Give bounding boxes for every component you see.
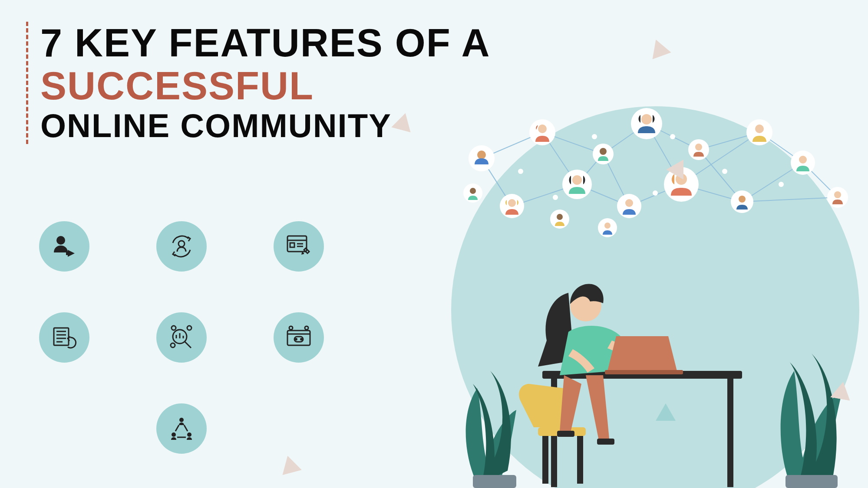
svg-point-87: [834, 191, 841, 198]
title-line-1: 7 KEY FEATURES OF A: [40, 22, 490, 65]
svg-point-63: [477, 151, 486, 159]
svg-point-67: [600, 148, 607, 155]
feature-icons: [39, 221, 334, 464]
svg-rect-94: [473, 475, 516, 488]
svg-rect-21: [287, 331, 310, 345]
svg-rect-95: [785, 475, 838, 488]
svg-rect-1: [66, 252, 69, 255]
svg-rect-5: [290, 243, 294, 247]
svg-point-91: [557, 214, 563, 220]
hero-illustration: [412, 106, 868, 488]
decorative-triangle-icon: [830, 380, 853, 402]
svg-point-20: [171, 343, 175, 347]
svg-point-31: [172, 432, 176, 437]
svg-point-73: [755, 124, 764, 133]
svg-point-93: [604, 223, 611, 229]
svg-rect-8: [54, 328, 69, 345]
svg-point-57: [670, 134, 675, 139]
svg-rect-100: [542, 436, 548, 484]
svg-point-65: [538, 124, 547, 133]
svg-point-55: [518, 169, 523, 174]
svg-point-77: [508, 199, 516, 207]
svg-rect-105: [605, 370, 683, 374]
svg-point-30: [179, 418, 184, 422]
decorative-triangle-icon: [647, 36, 672, 61]
svg-rect-101: [577, 436, 583, 484]
title-highlight: SUCCESSFUL: [40, 65, 490, 108]
svg-point-0: [56, 236, 65, 245]
svg-point-58: [722, 169, 727, 174]
news-feed-icon: [39, 312, 89, 363]
svg-point-27: [305, 326, 308, 330]
svg-point-24: [296, 339, 297, 340]
svg-point-59: [553, 195, 558, 200]
svg-marker-110: [830, 380, 853, 400]
gamification-icon: [274, 312, 324, 363]
svg-point-60: [653, 190, 658, 196]
svg-line-14: [185, 342, 191, 348]
svg-rect-104: [597, 439, 614, 445]
svg-point-56: [592, 134, 597, 139]
svg-point-69: [641, 114, 652, 124]
svg-point-18: [172, 326, 176, 330]
spokesperson-icon: [39, 221, 89, 272]
svg-point-25: [301, 339, 302, 340]
analytics-icon: [156, 312, 207, 363]
collaboration-icon: [156, 403, 207, 454]
svg-rect-103: [557, 431, 574, 437]
svg-point-85: [739, 196, 746, 203]
decorative-triangle-icon: [656, 403, 676, 422]
svg-point-89: [470, 188, 476, 194]
lifecycle-icon: [156, 221, 207, 272]
svg-point-32: [187, 432, 191, 437]
svg-marker-107: [647, 36, 671, 59]
svg-marker-111: [656, 403, 676, 421]
svg-point-26: [289, 326, 293, 330]
svg-point-75: [799, 156, 807, 164]
svg-point-61: [779, 182, 784, 187]
svg-point-81: [625, 199, 633, 207]
svg-rect-98: [727, 379, 733, 487]
svg-point-71: [695, 144, 702, 151]
svg-point-19: [187, 326, 191, 330]
svg-point-2: [178, 241, 185, 247]
content-builder-icon: [274, 221, 324, 272]
svg-point-79: [572, 175, 582, 185]
